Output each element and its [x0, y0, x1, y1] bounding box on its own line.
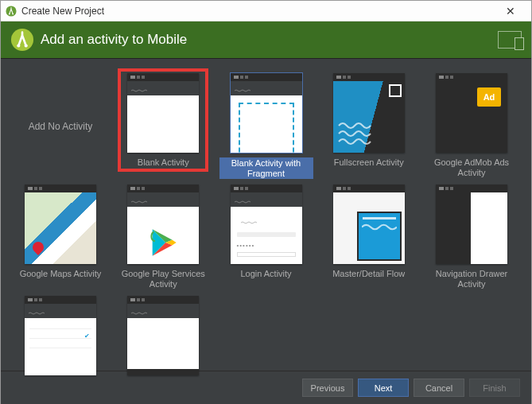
activity-label: Google Play Services Activity — [116, 269, 210, 289]
finish-button[interactable]: Finish — [469, 379, 520, 397]
play-store-icon — [147, 227, 179, 258]
login-thumb: •••••• — [231, 185, 302, 264]
activity-option-fullscreen[interactable]: Fullscreen Activity — [322, 73, 416, 180]
android-studio-icon — [6, 6, 17, 17]
wizard-footer: Previous Next Cancel Finish — [1, 371, 531, 404]
activity-option-play-services[interactable]: Google Play Services Activity — [116, 185, 210, 291]
activity-label: Master/Detail Flow — [322, 269, 416, 279]
nav-drawer-thumb — [436, 185, 507, 264]
activity-option-blank-fragment[interactable]: Blank Activity with Fragment — [219, 73, 313, 180]
activity-option-none[interactable]: Add No Activity — [14, 73, 107, 180]
activity-option-login[interactable]: •••••• Login Activity — [219, 185, 313, 291]
close-icon[interactable]: ✕ — [495, 5, 526, 17]
blank-activity-thumb — [127, 73, 199, 153]
page-title: Add an activity to Mobile — [41, 32, 498, 48]
activity-gallery: Add No Activity Blank Activity Blank Act… — [1, 58, 531, 371]
activity-label: Blank Activity — [116, 157, 210, 168]
svg-point-1 — [9, 13, 10, 14]
activity-label: Navigation Drawer Activity — [425, 269, 518, 289]
activity-option-master-detail[interactable]: Master/Detail Flow — [322, 185, 416, 291]
window-title: Create New Project — [21, 6, 495, 17]
blank-fragment-thumb — [231, 73, 302, 153]
master-detail-thumb — [333, 185, 405, 264]
titlebar: Create New Project ✕ — [1, 1, 531, 21]
play-services-thumb — [127, 185, 199, 264]
activity-label: Fullscreen Activity — [322, 157, 416, 168]
previous-button[interactable]: Previous — [302, 379, 353, 397]
activity-option-maps[interactable]: Google Maps Activity — [14, 185, 107, 291]
ad-badge-icon: Ad — [477, 87, 501, 107]
activity-label: Google AdMob Ads Activity — [425, 157, 518, 177]
activity-option-admob[interactable]: Ad Google AdMob Ads Activity — [425, 73, 518, 180]
map-pin-icon — [30, 239, 46, 255]
maps-thumb — [25, 185, 96, 264]
cancel-button[interactable]: Cancel — [414, 379, 464, 397]
admob-thumb: Ad — [436, 73, 507, 153]
activity-option-settings[interactable]: ✔ — [14, 296, 107, 375]
svg-point-5 — [25, 44, 28, 47]
next-button[interactable]: Next — [358, 379, 409, 397]
activity-label: Login Activity — [219, 269, 313, 279]
svg-point-2 — [12, 13, 14, 14]
activity-option-blank[interactable]: Blank Activity — [116, 73, 210, 180]
settings-thumb: ✔ — [25, 296, 96, 375]
tabbed-thumb — [127, 296, 199, 375]
activity-label: Blank Activity with Fragment — [219, 157, 313, 179]
wizard-header: Add an activity to Mobile — [1, 21, 531, 58]
activity-label: Google Maps Activity — [14, 269, 107, 279]
dialog-window: Create New Project ✕ Add an activity to … — [0, 0, 532, 404]
no-activity-label: Add No Activity — [14, 73, 107, 180]
form-factors-icon — [498, 31, 522, 49]
activity-option-tabbed[interactable] — [116, 296, 210, 375]
fullscreen-thumb — [333, 73, 405, 153]
activity-option-nav-drawer[interactable]: Navigation Drawer Activity — [425, 185, 518, 291]
fullscreen-icon — [389, 84, 402, 97]
android-studio-logo-icon — [10, 28, 34, 52]
svg-point-4 — [17, 44, 20, 47]
